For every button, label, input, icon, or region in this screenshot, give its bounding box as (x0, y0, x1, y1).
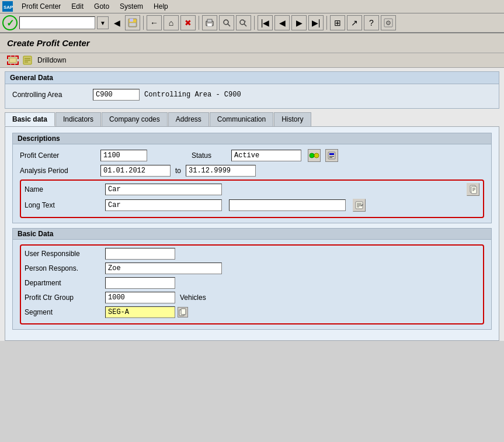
user-responsible-label: User Responsible (25, 250, 100, 258)
nav-left-button[interactable]: ← (147, 15, 162, 30)
svg-point-10 (240, 20, 245, 25)
print-button[interactable] (202, 15, 217, 30)
segment-input[interactable] (105, 306, 175, 318)
confirm-button[interactable]: ✓ (2, 15, 18, 30)
svg-rect-4 (129, 23, 136, 26)
controlling-area-label: Controlling Area (12, 91, 88, 99)
descriptions-body: Profit Center Status (12, 144, 492, 223)
department-label: Department (25, 279, 100, 287)
edit-long-text-icon[interactable] (353, 199, 366, 212)
menu-edit[interactable]: Edit (69, 2, 85, 11)
expand-button[interactable]: ⊞ (330, 15, 345, 30)
menu-system[interactable]: System (118, 2, 145, 11)
home-button[interactable]: ⌂ (164, 15, 179, 30)
status-green-icon[interactable] (308, 149, 321, 162)
next-button[interactable]: ▶ (291, 15, 307, 30)
svg-text:⚙: ⚙ (385, 19, 391, 26)
profit-ctr-group-input[interactable] (105, 292, 175, 303)
controlling-area-input[interactable] (93, 89, 140, 101)
tab-indicators[interactable]: Indicators (55, 112, 101, 126)
first-button[interactable]: |◀ (258, 15, 273, 30)
basic-data-red-outline: User Responsible Person Respons. Departm… (20, 244, 484, 324)
svg-point-8 (224, 20, 228, 25)
status-label: Status (192, 151, 227, 160)
analysis-period-label: Analysis Period (20, 167, 96, 175)
segment-copy-button[interactable] (178, 307, 188, 317)
general-data-section: General Data Controlling Area Controllin… (5, 71, 499, 109)
separator-4 (326, 16, 327, 30)
main-content: Create Profit Center Drilldown General D… (0, 33, 504, 341)
tab-address[interactable]: Address (168, 112, 209, 126)
tab-communication[interactable]: Communication (210, 112, 273, 126)
status-input[interactable] (231, 150, 301, 161)
basic-data-section: Basic Data User Responsible Person Respo… (12, 228, 492, 330)
profit-ctr-group-label: Profit Ctr Group (25, 293, 100, 302)
svg-rect-25 (329, 156, 334, 157)
descriptions-header: Descriptions (12, 133, 492, 144)
copy-name-icon[interactable] (467, 183, 479, 196)
find-next-button[interactable]: › (236, 15, 251, 30)
analysis-period-row: Analysis Period to (20, 165, 484, 177)
svg-rect-39 (181, 309, 186, 315)
prev-button[interactable]: ◀ (274, 15, 290, 30)
svg-point-21 (310, 153, 314, 158)
svg-rect-23 (328, 152, 335, 159)
menu-bar: SAP Profit Center Edit Goto System Help (0, 0, 504, 13)
name-label: Name (25, 185, 100, 194)
separator-2 (199, 16, 199, 30)
department-row: Department (25, 277, 479, 289)
person-respons-row: Person Respons. (25, 263, 479, 274)
tab-history[interactable]: History (274, 112, 311, 126)
descriptions-section: Descriptions Profit Center Status (12, 133, 492, 223)
tab-basic-data[interactable]: Basic data (5, 112, 55, 126)
profit-ctr-group-desc: Vehicles (180, 293, 206, 302)
customize-button[interactable]: ⚙ (381, 15, 396, 30)
menu-goto[interactable]: Goto (92, 2, 111, 11)
segment-input-group (105, 306, 188, 318)
person-respons-label: Person Respons. (25, 264, 100, 272)
drilldown-label[interactable]: Drilldown (37, 56, 66, 64)
command-input[interactable] (19, 16, 95, 29)
controlling-area-description: Controlling Area - C900 (144, 91, 241, 99)
drilldown-icon-box (7, 56, 19, 65)
tab-company-codes[interactable]: Company codes (102, 112, 168, 126)
svg-rect-7 (207, 23, 212, 26)
command-dropdown[interactable]: ▼ (97, 16, 109, 29)
back-nav-button[interactable]: ◀ (110, 16, 123, 29)
save-button[interactable] (125, 15, 140, 30)
analysis-period-to-input[interactable] (186, 165, 256, 177)
svg-rect-28 (471, 187, 477, 194)
svg-text:SAP: SAP (4, 5, 13, 10)
long-text-input[interactable] (105, 199, 222, 211)
svg-rect-26 (329, 157, 332, 158)
analysis-period-from-input[interactable] (100, 165, 171, 177)
profit-center-row: Profit Center Status (20, 149, 484, 162)
user-responsible-input[interactable] (105, 248, 175, 260)
drilldown-report-icon (22, 56, 34, 65)
menu-profit-center[interactable]: Profit Center (20, 2, 62, 11)
department-input[interactable] (105, 277, 175, 289)
long-text-label: Long Text (25, 201, 100, 209)
svg-line-11 (244, 24, 246, 26)
menu-help[interactable]: Help (152, 2, 170, 11)
svg-rect-24 (329, 153, 334, 155)
to-label: to (175, 167, 181, 175)
page-title: Create Profit Center (7, 38, 90, 48)
profit-ctr-group-row: Profit Ctr Group Vehicles (25, 292, 479, 303)
name-input[interactable] (105, 184, 222, 195)
long-text-input2[interactable] (229, 199, 346, 211)
external-button[interactable]: ↗ (347, 15, 362, 30)
help-button[interactable]: ? (364, 15, 379, 30)
stop-button[interactable]: ✖ (180, 15, 196, 30)
toolbar: ✓ ▼ ◀ ← ⌂ ✖ › |◀ ◀ ▶ ▶| ⊞ ↗ ? ⚙ (0, 13, 504, 33)
status-icon2[interactable] (325, 149, 338, 162)
svg-rect-3 (130, 19, 133, 22)
last-button[interactable]: ▶| (308, 15, 324, 30)
svg-point-22 (314, 153, 319, 158)
person-respons-input[interactable] (105, 263, 222, 274)
profit-center-label: Profit Center (20, 151, 96, 160)
tab-content-basic-data: Descriptions Profit Center Status (5, 126, 499, 341)
profit-center-input[interactable] (100, 150, 147, 161)
find-button[interactable] (219, 15, 234, 30)
tabs-container: Basic data Indicators Company codes Addr… (5, 112, 499, 341)
